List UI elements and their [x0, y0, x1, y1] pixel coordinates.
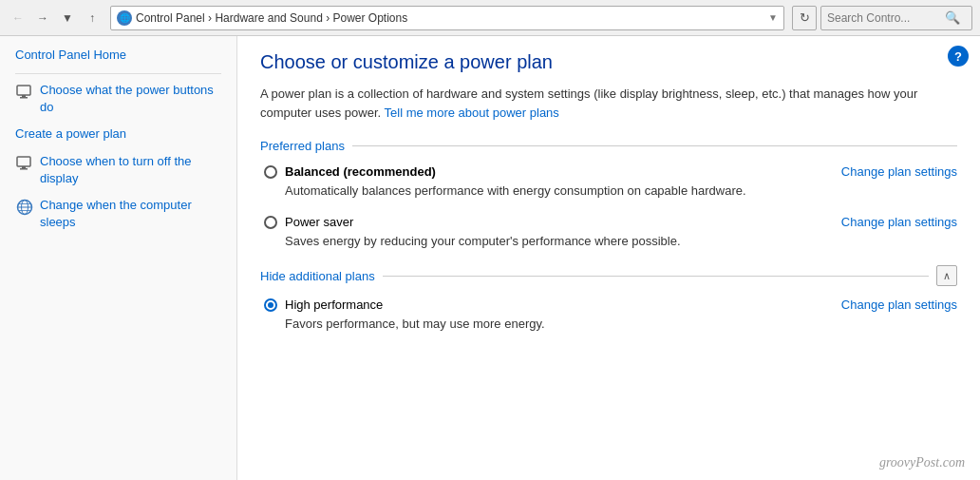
plan-high-performance-left: High performance — [264, 298, 383, 312]
plan-high-performance: High performance Change plan settings Fa… — [260, 298, 957, 333]
plan-high-performance-desc: Favors performance, but may use more ene… — [285, 316, 957, 333]
plan-power-saver-left: Power saver — [264, 215, 353, 229]
search-bar[interactable]: 🔍 — [820, 6, 972, 30]
sidebar-home-link[interactable]: Control Panel Home — [15, 48, 221, 62]
main-container: Control Panel Home Choose what the power… — [0, 36, 980, 480]
sidebar-item-sleep[interactable]: Change when the computer sleeps — [15, 197, 221, 231]
titlebar: ← → ▼ ↑ 🌐 Control Panel › Hardware and S… — [0, 0, 980, 36]
sidebar-label-display-off: Choose when to turn off the display — [40, 153, 221, 187]
additional-plans-label: Hide additional plans — [260, 269, 375, 283]
plan-balanced-left: Balanced (recommended) — [264, 164, 436, 179]
plan-balanced-settings-link[interactable]: Change plan settings — [841, 164, 957, 179]
recent-pages-button[interactable]: ▼ — [57, 8, 78, 29]
preferred-plans-divider — [352, 145, 957, 146]
sidebar-monitor-icon-2 — [15, 154, 34, 173]
address-globe-icon: 🌐 — [117, 10, 132, 26]
sidebar-label-sleep: Change when the computer sleeps — [40, 197, 221, 231]
preferred-plans-section-header: Preferred plans — [260, 139, 957, 153]
svg-rect-0 — [17, 86, 30, 95]
plan-power-saver-row: Power saver Change plan settings — [264, 215, 957, 229]
plan-high-performance-name: High performance — [285, 298, 383, 312]
page-description: A power plan is a collection of hardware… — [260, 85, 925, 122]
sidebar-label-create-plan: Create a power plan — [15, 125, 126, 143]
up-button[interactable]: ↑ — [82, 8, 103, 29]
sidebar: Control Panel Home Choose what the power… — [0, 36, 237, 480]
refresh-button[interactable]: ↻ — [792, 6, 817, 30]
plan-power-saver-name: Power saver — [285, 215, 353, 229]
svg-rect-5 — [20, 168, 28, 170]
preferred-plans-label: Preferred plans — [260, 139, 345, 153]
plan-balanced: Balanced (recommended) Change plan setti… — [260, 164, 957, 200]
help-button[interactable]: ? — [948, 46, 969, 67]
sidebar-label-power-buttons: Choose what the power buttons do — [40, 82, 221, 116]
plan-high-performance-radio[interactable] — [264, 298, 277, 312]
plan-high-performance-settings-link[interactable]: Change plan settings — [841, 298, 957, 312]
plan-power-saver-settings-link[interactable]: Change plan settings — [841, 215, 957, 229]
svg-rect-4 — [22, 166, 26, 168]
watermark: groovyPost.com — [879, 455, 965, 470]
sidebar-globe-icon — [15, 198, 34, 217]
back-button[interactable]: ← — [8, 8, 28, 29]
plan-power-saver: Power saver Change plan settings Saves e… — [260, 215, 957, 250]
address-breadcrumb: Control Panel › Hardware and Sound › Pow… — [136, 11, 407, 25]
plan-balanced-radio[interactable] — [264, 165, 277, 179]
forward-button[interactable]: → — [32, 8, 53, 29]
sidebar-item-power-buttons[interactable]: Choose what the power buttons do — [15, 82, 221, 116]
plan-balanced-desc: Automatically balances performance with … — [285, 182, 957, 200]
svg-rect-2 — [20, 97, 28, 99]
additional-plans-divider — [383, 276, 929, 277]
sidebar-monitor-icon-1 — [15, 83, 34, 102]
content-area: ? Choose or customize a power plan A pow… — [237, 36, 980, 480]
plan-balanced-row: Balanced (recommended) Change plan setti… — [264, 164, 957, 179]
address-dropdown-icon: ▼ — [768, 12, 778, 23]
svg-rect-1 — [22, 95, 26, 97]
search-input[interactable] — [827, 11, 941, 25]
sidebar-item-create-plan[interactable]: Create a power plan — [15, 125, 221, 143]
plan-power-saver-desc: Saves energy by reducing your computer's… — [285, 233, 957, 250]
plan-balanced-name: Balanced (recommended) — [285, 164, 436, 179]
svg-rect-3 — [17, 157, 30, 166]
sidebar-divider — [15, 73, 221, 74]
search-button[interactable]: 🔍 — [945, 10, 960, 25]
collapse-additional-plans-button[interactable]: ∧ — [936, 265, 957, 286]
page-title: Choose or customize a power plan — [260, 51, 957, 73]
address-bar[interactable]: 🌐 Control Panel › Hardware and Sound › P… — [110, 6, 784, 30]
plan-high-performance-row: High performance Change plan settings — [264, 298, 957, 312]
sidebar-item-display-off[interactable]: Choose when to turn off the display — [15, 153, 221, 187]
learn-more-link[interactable]: Tell me more about power plans — [385, 106, 559, 120]
plan-power-saver-radio[interactable] — [264, 216, 277, 229]
additional-plans-section-header: Hide additional plans ∧ — [260, 265, 957, 286]
